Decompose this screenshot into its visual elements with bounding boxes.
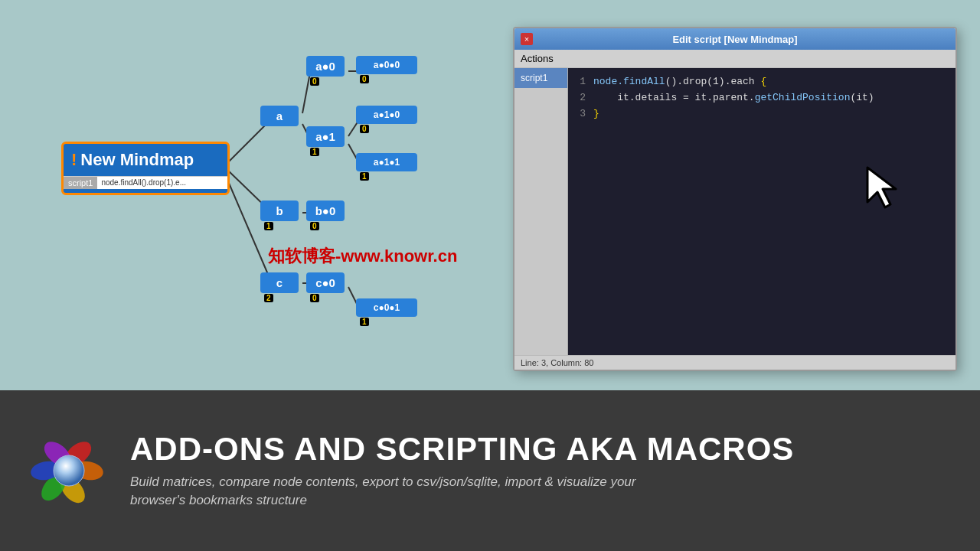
svg-point-17 [54,455,84,486]
root-node-title: ! New Mindmap [64,144,227,176]
node-b0[interactable]: b●0 0 [306,201,345,221]
edit-script-dialog: × Edit script [New Mindmap] Actions scri… [513,27,957,371]
node-a10[interactable]: a●1●0 0 [356,106,417,124]
badge-b: 1 [264,222,273,230]
bottom-text: ADD-ONS AND SCRIPTING AKA MACROS Build m… [130,432,949,510]
line-num-2: 2 [574,90,586,106]
dialog-titlebar: × Edit script [New Mindmap] [514,28,956,50]
code-line-3: 3 } [574,106,949,122]
root-node-label: New Mindmap [80,150,194,170]
exclamation-icon: ! [71,150,77,170]
dialog-actions: Actions [514,50,956,68]
dialog-actions-label: Actions [521,53,554,64]
badge-a1: 1 [310,148,319,156]
bottom-section: ADD-ONS AND SCRIPTING AKA MACROS Build m… [0,390,980,551]
code-line-1: 1 node.findAll().drop(1).each { [574,74,949,90]
node-a11[interactable]: a●1●1 1 [356,153,417,171]
script-preview: node.findAll().drop(1).e... [97,177,190,189]
node-a00[interactable]: a●0●0 0 [356,56,417,74]
svg-line-3 [302,73,310,113]
dialog-title: Edit script [New Mindmap] [672,34,797,45]
root-node[interactable]: ! New Mindmap script1 node.findAll().dro… [61,142,230,195]
bottom-title: ADD-ONS AND SCRIPTING AKA MACROS [130,432,949,467]
badge-b0: 0 [310,222,319,230]
node-b[interactable]: b 1 [260,201,299,221]
node-c[interactable]: c 2 [260,272,299,293]
logo-container [31,432,107,509]
watermark: 知软博客-www.knowr.cn [268,245,457,268]
code-editor[interactable]: 1 node.findAll().drop(1).each { 2 it.det… [568,68,956,355]
cursor-arrow-icon [856,160,910,214]
node-c01[interactable]: c●0●1 1 [356,298,417,317]
dialog-statusbar: Line: 3, Column: 80 [514,355,956,370]
code-content-3: } [593,106,599,122]
badge-a00: 0 [360,75,369,83]
code-content-2: it.details = it.parent.getChildPosition(… [593,90,874,106]
script-list-item[interactable]: script1 [514,68,567,88]
badge-c: 2 [264,294,273,302]
bottom-description: Build matrices, compare node contents, e… [130,473,949,510]
badge-c0: 0 [310,294,319,302]
badge-a0: 0 [310,77,319,86]
script-tab: script1 [64,177,97,189]
node-c0[interactable]: c●0 0 [306,272,345,293]
line-num-1: 1 [574,74,586,90]
node-a[interactable]: a [260,106,299,126]
node-a1[interactable]: a●1 1 [306,126,345,147]
code-content-1: node.findAll().drop(1).each { [593,74,766,90]
dialog-close-button[interactable]: × [521,33,533,45]
line-num-3: 3 [574,106,586,122]
app-logo [31,432,107,509]
dialog-body: script1 1 node.findAll().drop(1).each { … [514,68,956,355]
code-line-2: 2 it.details = it.parent.getChildPositio… [574,90,949,106]
top-section: ! New Mindmap script1 node.findAll().dro… [0,0,980,390]
badge-a10: 0 [360,125,369,133]
script-list: script1 [514,68,568,355]
root-node-scripts: script1 node.findAll().drop(1).e... [64,176,227,189]
badge-a11: 1 [360,172,369,181]
badge-c01: 1 [360,318,369,326]
node-a0[interactable]: a●0 0 [306,56,345,77]
